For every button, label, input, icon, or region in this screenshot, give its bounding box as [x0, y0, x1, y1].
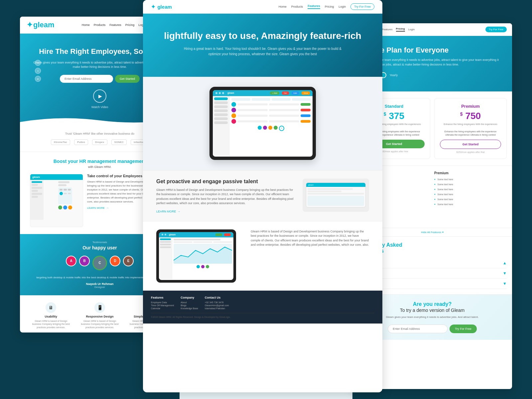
play-button[interactable]: [93, 89, 106, 103]
ts-table-header: [231, 98, 311, 101]
table-col-3: [68, 189, 71, 191]
fd-email: GleamHrm@gmail.com: [205, 304, 229, 307]
fn-products[interactable]: Products: [291, 5, 303, 8]
fd-time-off[interactable]: Time Off Management: [151, 304, 174, 307]
as-dot-2: [165, 234, 166, 235]
dash-row-1: [58, 181, 69, 183]
nav-pricing[interactable]: Pricing: [125, 23, 135, 27]
hero-get-started-btn[interactable]: Get Started: [115, 75, 140, 83]
facebook-icon[interactable]: f: [35, 60, 41, 66]
dash-body: [30, 180, 83, 220]
ts-td-8: [269, 120, 299, 122]
stat-dot-1: [58, 205, 62, 209]
as-m-cell-3: [213, 241, 232, 243]
compare-premium-title: Premium: [434, 171, 507, 175]
fn-home[interactable]: Home: [279, 5, 287, 8]
nav-features[interactable]: Features: [109, 23, 121, 27]
fd-knowledge[interactable]: Knowledge Base: [181, 307, 198, 310]
logo-xtremetac: XtremeTac: [51, 139, 70, 145]
fn-features[interactable]: Features: [308, 4, 320, 9]
features-logo-symbol: ✦: [151, 4, 155, 10]
fd-about[interactable]: About: [181, 301, 198, 304]
faq-toggle-1: ▲: [503, 261, 507, 265]
nav-products[interactable]: Products: [94, 23, 106, 27]
table-col-2: [64, 189, 66, 191]
analytics-desc: Gleam HRM is based of Design and Develop…: [251, 229, 369, 247]
ts-dot-1: [215, 92, 217, 94]
pm-row-2: [308, 191, 341, 192]
fd-location: Islamabad Pakistan: [205, 307, 229, 310]
feat-usability-title: Usability: [30, 315, 72, 318]
passive-lm-text: LEARN MORE: [156, 210, 176, 213]
twitter-icon[interactable]: t: [35, 68, 41, 74]
ts-add-avatar: +: [279, 126, 284, 131]
ts-td-4: [269, 109, 299, 111]
avatar-1: A: [66, 256, 76, 266]
features-try-btn[interactable]: Try For Free: [350, 3, 374, 10]
pricing-try-btn[interactable]: Try For Free: [485, 27, 507, 32]
pm-logo: gleam: [308, 184, 314, 186]
ts-sidebar-item-1: [214, 97, 228, 100]
cp-item-6: Some text here: [434, 202, 507, 206]
pn-features[interactable]: Features: [382, 28, 393, 31]
cp-item-1: Some text here: [434, 178, 507, 181]
plan-premium-btn[interactable]: Get Started: [440, 140, 501, 149]
fd-calendar[interactable]: Calendar: [151, 307, 174, 310]
sidebar-item-1: [32, 184, 38, 186]
as-av-2: [201, 265, 204, 268]
passive-section: Get proactive and engage passive talent …: [143, 170, 382, 221]
fn-login[interactable]: Login: [338, 5, 346, 8]
feat-usability: 🖥 Usability Gleam HRM is based of Design…: [30, 302, 72, 329]
feat-responsive-title: Responsive Design: [79, 315, 121, 318]
plan-premium-amount: 750: [465, 111, 481, 121]
features-nav: ✦ gleam Home Products Features Pricing L…: [143, 0, 382, 14]
cp-item-4: Some text here: [434, 193, 507, 196]
ts-td-5: [237, 115, 268, 117]
ts-sidebar-item-7: [214, 121, 228, 124]
as-si-2: [160, 241, 171, 243]
avatar-active: C: [92, 256, 107, 270]
table-col-1: [60, 189, 63, 191]
ts-av-1: [231, 102, 236, 107]
features-card: ✦ gleam Home Products Features Pricing L…: [143, 0, 382, 392]
avatar-4: E: [123, 256, 134, 266]
fd-blogs[interactable]: Blogs: [181, 304, 198, 307]
features-footer: Features Employee Data Time Off Manageme…: [143, 291, 382, 324]
ts-footer-avatars: +: [231, 126, 311, 131]
pn-pricing[interactable]: Pricing: [396, 27, 405, 32]
social-sidebar: f t in: [35, 60, 41, 82]
cta-email-input[interactable]: [388, 325, 448, 333]
cta-try-btn[interactable]: Try For Free: [450, 325, 477, 333]
hero-email-input[interactable]: [60, 75, 113, 83]
stat-dot-3: [68, 205, 72, 209]
ts-dot-2: [219, 92, 221, 94]
passive-screenshot: gleam: [303, 179, 369, 212]
as-m-row-2: [174, 241, 232, 243]
avatar-2: B: [79, 256, 90, 266]
ts-status-2: [301, 109, 311, 111]
features-logo-text: gleam: [157, 4, 172, 10]
as-btn-1: [215, 233, 222, 236]
tablet-mock-section: gleam + Add Del Edit View: [143, 77, 382, 170]
ts-dot-3: [222, 92, 224, 94]
faq-toggle-2: ▼: [503, 271, 507, 276]
pm-row-1: [308, 188, 353, 190]
plan-premium-desc2: Enhance the hiring employees with the ex…: [440, 130, 501, 137]
ts-main: +: [229, 96, 313, 156]
cp-item-5: Some text here: [434, 198, 507, 201]
ts-row-2: [231, 108, 311, 112]
fn-pricing[interactable]: Pricing: [325, 5, 334, 8]
ts-row-3: [231, 113, 311, 118]
nav-home[interactable]: Home: [82, 23, 90, 27]
fd-employee-data[interactable]: Employee Data: [151, 301, 174, 304]
th-1: [231, 98, 250, 101]
ts-status-4: [301, 120, 311, 123]
passive-learn-more[interactable]: LEARN MORE →: [156, 210, 295, 213]
ts-body: +: [213, 96, 313, 156]
as-main: [172, 237, 233, 279]
as-body: [159, 237, 233, 279]
pn-login[interactable]: Login: [408, 28, 415, 31]
plan-premium-name: Premium: [440, 104, 501, 109]
ts-sidebar-item-5: [214, 113, 228, 116]
linkedin-icon[interactable]: in: [35, 76, 41, 82]
